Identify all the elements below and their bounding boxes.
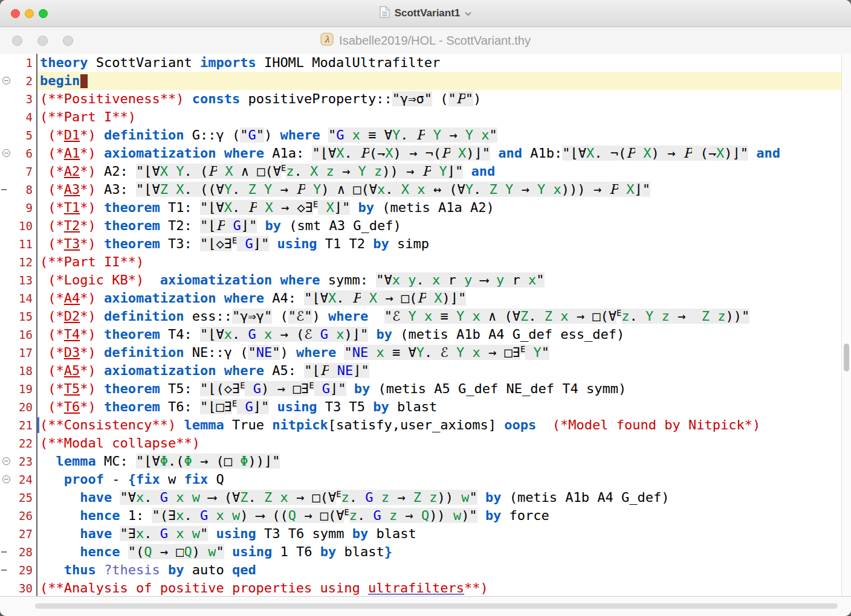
line-number: 26 (15, 507, 36, 525)
code-line-7[interactable]: (*A2*) A2: "⌊∀X Y. (P X ∧ □(∀Ez. X z → Y… (36, 162, 851, 181)
token: Z (413, 490, 421, 505)
code-row: 26 hence 1: "(∃x. G x w) ⟶ ((Q → □(∀Ez. … (0, 507, 851, 525)
code-line-15[interactable]: (*D2*) definition ess::"γ⇒γ" ("ℰ") where… (36, 307, 851, 326)
token: . (400, 127, 416, 143)
document-proxy-icon[interactable] (380, 6, 390, 21)
vertical-scrollbar[interactable] (841, 54, 851, 597)
code-line-22[interactable]: (**Modal collapse**) (36, 434, 851, 452)
token: w (453, 508, 461, 523)
token: D1 (64, 127, 80, 143)
code-line-24[interactable]: proof - {fix w fix Q (36, 470, 851, 489)
code-line-10[interactable]: (*T2*) theorem T2: "⌊P G⌋" by (smt A3 G_… (36, 217, 851, 235)
inactive-zoom-button[interactable] (63, 36, 73, 46)
code-line-16[interactable]: (*T4*) theorem T4: "⌊∀x. G x → (ℰ G x)⌋"… (36, 326, 851, 344)
horizontal-scrollbar-thumb[interactable] (35, 603, 838, 609)
buffer-titlebar[interactable]: λ Isabelle2019/HOL - ScottVariant.thy (0, 27, 851, 54)
fold-toggle-icon[interactable] (0, 144, 15, 162)
token: Q (288, 508, 296, 523)
code-line-1[interactable]: theory ScottVariant imports IHOML ModalU… (36, 54, 851, 72)
token: A4: (264, 290, 304, 306)
code-line-23[interactable]: lemma MC: "⌊∀Φ.(Φ → (□ Φ))⌋" (36, 452, 851, 470)
token: w (208, 544, 216, 559)
titlebar[interactable]: ScottVariant1 (0, 0, 851, 27)
fold-column (0, 253, 15, 271)
vertical-scrollbar-thumb[interactable] (844, 344, 849, 371)
token: NE (352, 345, 369, 360)
code-line-13[interactable]: (*Logic KB*) axiomatization where symm: … (36, 271, 851, 289)
fold-toggle-icon[interactable] (0, 72, 15, 90)
token: G (373, 508, 381, 523)
code-line-18[interactable]: (*A5*) axiomatization where A5: "⌊P NE⌋" (36, 362, 851, 380)
token (336, 345, 344, 360)
token: x (432, 272, 440, 287)
token: P (417, 290, 426, 306)
token: x (176, 490, 184, 505)
token: . (144, 526, 160, 541)
token: have (80, 490, 112, 505)
token: using (277, 399, 317, 414)
token: x (176, 508, 184, 523)
token (312, 327, 320, 342)
code-line-21[interactable]: (**Consistency**) lemma True nitpick[sat… (36, 416, 851, 434)
inactive-close-button[interactable] (12, 36, 22, 46)
token: nitpick (272, 417, 328, 432)
token: P (684, 146, 693, 161)
close-button[interactable] (11, 9, 20, 18)
token: x (376, 345, 384, 360)
code-line-2[interactable]: begin (36, 72, 851, 90)
token: theory (40, 55, 88, 70)
fold-toggle-icon[interactable] (0, 452, 15, 470)
line-number: 24 (15, 470, 36, 489)
window-title-group[interactable]: ScottVariant1 (380, 6, 472, 21)
code-line-19[interactable]: (*T5*) theorem T5: "⌊(◇∃E G) → □∃E G⌋" b… (36, 380, 851, 398)
token: ∧ □(∀ (233, 164, 281, 179)
fold-toggle-icon[interactable] (0, 470, 15, 489)
token: and (498, 146, 522, 161)
token: by (373, 236, 389, 251)
fold-column (0, 54, 15, 72)
code-line-11[interactable]: (*T3*) theorem T3: "⌊◇∃E G⌋" using T1 T2… (36, 235, 851, 253)
code-line-25[interactable]: have "∀x. G x w ⟶ (∀Z. Z x → □(∀Ez. G z … (36, 489, 851, 507)
code-line-17[interactable]: (*D3*) definition NE::γ ("NE") where "NE… (36, 344, 851, 362)
token: E (232, 399, 237, 408)
token: imports (200, 55, 256, 70)
code-line-4[interactable]: (**Part I**) (36, 108, 851, 126)
token (320, 127, 328, 143)
zoom-button[interactable] (39, 9, 48, 18)
code-line-14[interactable]: (*A4*) axiomatization where A4: "⌊∀X. P … (36, 289, 851, 307)
inactive-minimize-button[interactable] (37, 36, 48, 46)
code-line-30[interactable]: (**Analysis of positive properties using… (36, 579, 851, 597)
token: axiomatization (160, 272, 272, 287)
code-line-5[interactable]: (*D1*) definition G::γ ("G") where "G x … (36, 126, 851, 144)
code-line-28[interactable]: hence "(Q → □Q) w" using 1 T6 by blast} (36, 543, 851, 561)
code-line-8[interactable]: (*A3*) A3: "⌊∀Z X. ((∀Y. Z Y → P Y) ∧ □(… (36, 181, 851, 199)
code-line-12[interactable]: (**Part II**) (36, 253, 851, 271)
token: .( (168, 454, 184, 469)
token (366, 164, 374, 179)
token: (**Consistency**) (40, 417, 176, 432)
code-line-26[interactable]: hence 1: "(∃x. G x w) ⟶ ((Q → □(∀Ez. G z… (36, 507, 851, 525)
code-line-27[interactable]: have "∃x. G x w" using T3 T6 symm by bla… (36, 525, 851, 543)
code-line-29[interactable]: thus ?thesis by auto qed (36, 561, 851, 579)
token: thus (64, 562, 96, 577)
code-line-3[interactable]: (**Positiveness**) consts positiveProper… (36, 90, 851, 108)
token: ) → □∃ (261, 381, 309, 396)
code-line-20[interactable]: (*T6*) theorem T6: "⌊□∃E G⌋" using T3 T5… (36, 398, 851, 416)
code-line-6[interactable]: (*A1*) axiomatization where A1a: "⌊∀X. P… (36, 144, 851, 162)
code-line-9[interactable]: (*T1*) theorem T1: "⌊∀X. P X → ◇∃E X⌋" b… (36, 199, 851, 217)
token (40, 363, 48, 378)
token: T3: (160, 236, 200, 251)
token: → □( (377, 290, 417, 306)
minimize-button[interactable] (25, 9, 34, 18)
token: "∃ (120, 526, 136, 541)
window-subtitle-group: λ Isabelle2019/HOL - ScottVariant.thy (320, 33, 531, 49)
token: Z (489, 182, 497, 197)
token: X (310, 164, 318, 179)
chevron-down-icon[interactable] (465, 7, 471, 19)
horizontal-scrollbar[interactable] (0, 596, 851, 616)
token: P (609, 182, 618, 197)
token: (**Analysis of positive properties using (40, 580, 368, 595)
text-editor[interactable]: 1theory ScottVariant imports IHOML Modal… (0, 54, 851, 597)
token: . (184, 508, 200, 523)
token: x (176, 526, 184, 541)
